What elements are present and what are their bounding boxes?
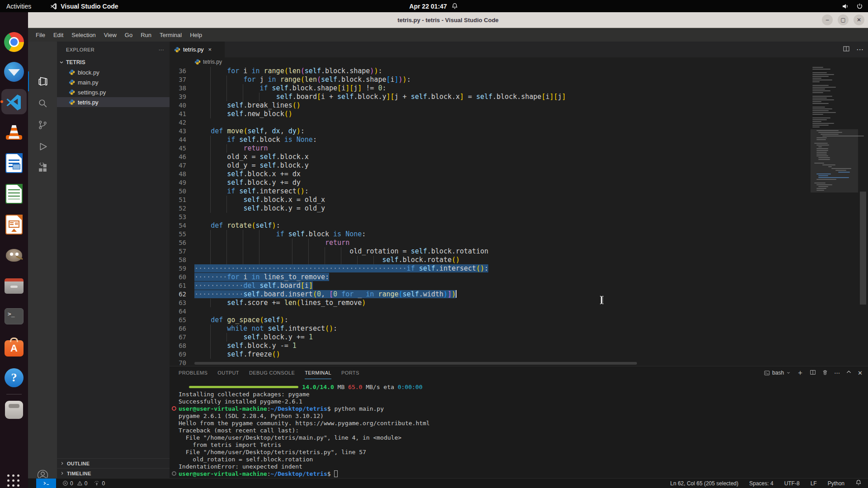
dock-item-thunderbird[interactable] bbox=[3, 61, 25, 83]
eol[interactable]: LF bbox=[811, 480, 817, 487]
chevron-right-icon bbox=[60, 461, 65, 466]
window-title-bar[interactable]: tetris.py - tetris - Visual Studio Code … bbox=[28, 12, 868, 28]
code-text: self.break_lines() bbox=[194, 101, 301, 110]
code-line-41: 41 self.new_block() bbox=[170, 110, 811, 118]
code-line-48: 48 self.block.x += dx bbox=[170, 170, 811, 178]
close-button[interactable]: ✕ bbox=[854, 14, 864, 25]
clock[interactable]: Apr 22 01:47 bbox=[409, 3, 458, 10]
code-line-50: 50 if self.intersect(): bbox=[170, 187, 811, 196]
code-text: old_rotation = self.block.rotation bbox=[194, 247, 488, 256]
notifications-bell-icon[interactable] bbox=[855, 479, 862, 487]
terminal-line: from tetris import Tetris bbox=[170, 441, 868, 449]
menu-go[interactable]: Go bbox=[121, 30, 137, 40]
extensions-icon[interactable] bbox=[28, 158, 57, 178]
maximize-panel-icon[interactable] bbox=[846, 369, 852, 376]
editor-more-actions-icon[interactable]: ⋯ bbox=[856, 45, 863, 54]
menu-bar: FileEditSelectionViewGoRunTerminalHelp bbox=[28, 28, 868, 42]
dock-item-vscode[interactable] bbox=[3, 91, 25, 113]
terminal-line: Successfully installed pygame-2.6.1 bbox=[170, 398, 868, 405]
file-block-py[interactable]: block.py bbox=[57, 67, 170, 77]
minimap-line bbox=[812, 127, 820, 127]
dock-item-generic-app[interactable] bbox=[3, 399, 25, 421]
file-settings-py[interactable]: settings.py bbox=[57, 87, 170, 97]
folder-tetris[interactable]: TETRIS bbox=[57, 57, 170, 67]
code-line-43: 43 def move(self, dx, dy): bbox=[170, 127, 811, 136]
panel-tab-ports[interactable]: PORTS bbox=[341, 366, 359, 379]
vertical-scrollbar[interactable] bbox=[858, 66, 868, 366]
remote-indicator[interactable] bbox=[36, 479, 56, 488]
window-controls: – ▢ ✕ bbox=[822, 14, 864, 25]
panel-tab-debug-console[interactable]: DEBUG CONSOLE bbox=[249, 366, 295, 379]
breadcrumb[interactable]: tetris.py bbox=[170, 57, 868, 66]
file-main-py[interactable]: main.py bbox=[57, 77, 170, 87]
minimap-slider[interactable] bbox=[811, 129, 858, 192]
dock-item-chrome[interactable] bbox=[3, 31, 25, 53]
system-tray[interactable] bbox=[842, 3, 863, 10]
terminal-output[interactable]: 14.0/14.0 MB 65.0 MB/s eta 0:00:00Instal… bbox=[170, 379, 868, 478]
maximize-button[interactable]: ▢ bbox=[838, 14, 849, 25]
tab-close-icon[interactable]: × bbox=[208, 46, 212, 53]
section-outline[interactable]: OUTLINE bbox=[57, 458, 170, 468]
line-number: 54 bbox=[170, 221, 194, 230]
panel-tab-terminal[interactable]: TERMINAL bbox=[305, 366, 331, 379]
vscode-window: tetris.py - tetris - Visual Studio Code … bbox=[28, 12, 868, 488]
indentation[interactable]: Spaces: 4 bbox=[749, 480, 773, 487]
tab-tetris-py[interactable]: tetris.py × bbox=[170, 42, 225, 57]
menu-run[interactable]: Run bbox=[137, 30, 156, 40]
show-applications-button[interactable] bbox=[3, 470, 25, 488]
dock-item-files[interactable] bbox=[3, 275, 25, 297]
run-debug-icon[interactable] bbox=[28, 136, 57, 156]
line-number: 50 bbox=[170, 187, 194, 196]
explorer-icon[interactable] bbox=[28, 71, 57, 91]
code-line-52: 52 self.block.y = old_y bbox=[170, 204, 811, 213]
ports-indicator[interactable]: 0 bbox=[94, 480, 105, 487]
panel-tab-output[interactable]: OUTPUT bbox=[217, 366, 239, 379]
menu-view[interactable]: View bbox=[100, 30, 121, 40]
menu-selection[interactable]: Selection bbox=[67, 30, 99, 40]
code-text: self.block.y += dy bbox=[194, 178, 301, 187]
close-panel-icon[interactable]: ✕ bbox=[858, 370, 863, 376]
terminal-panel: PROBLEMSOUTPUTDEBUG CONSOLETERMINALPORTS… bbox=[170, 366, 868, 478]
line-number: 55 bbox=[170, 230, 194, 239]
section-timeline[interactable]: TIMELINE bbox=[57, 468, 170, 478]
dock-item-help[interactable]: ? bbox=[3, 367, 25, 389]
new-terminal-icon[interactable]: ＋ bbox=[797, 368, 804, 378]
split-editor-icon[interactable] bbox=[843, 45, 850, 54]
split-terminal-icon[interactable] bbox=[810, 369, 816, 377]
menu-edit[interactable]: Edit bbox=[49, 30, 67, 40]
activities-button[interactable]: Activities bbox=[0, 0, 38, 12]
dock-item-vlc[interactable] bbox=[3, 122, 25, 143]
minimize-button[interactable]: – bbox=[822, 14, 833, 25]
minimap[interactable] bbox=[811, 66, 858, 366]
explorer-more-actions[interactable]: ··· bbox=[159, 47, 164, 52]
code-text: ············del self.board[i] bbox=[194, 282, 313, 290]
menu-help[interactable]: Help bbox=[186, 30, 206, 40]
dock-item-gimp[interactable] bbox=[3, 244, 25, 266]
problems-indicator[interactable]: 0 0 bbox=[62, 480, 87, 487]
code-editor[interactable]: 36 for i in range(len(self.block.shape))… bbox=[170, 66, 868, 366]
dock-item-software[interactable]: A bbox=[3, 336, 25, 358]
panel-more-actions-icon[interactable]: ⋯ bbox=[834, 370, 840, 376]
shell-selector[interactable]: bash bbox=[764, 370, 791, 376]
menu-terminal[interactable]: Terminal bbox=[156, 30, 186, 40]
dock-item-lo-impress[interactable] bbox=[3, 214, 25, 235]
language-mode[interactable]: Python bbox=[828, 480, 844, 487]
horizontal-scrollbar[interactable] bbox=[194, 362, 809, 365]
source-control-icon[interactable] bbox=[28, 115, 57, 135]
code-text: self.board[i + self.block.y][j + self.bl… bbox=[194, 93, 566, 101]
code-line-56: 56 return bbox=[170, 239, 811, 247]
dock-item-lo-writer[interactable] bbox=[3, 152, 25, 174]
dock-item-terminal[interactable]: >_ bbox=[3, 305, 25, 327]
menu-file[interactable]: File bbox=[32, 30, 49, 40]
line-number: 43 bbox=[170, 127, 194, 136]
kill-terminal-icon[interactable] bbox=[822, 369, 828, 377]
encoding[interactable]: UTF-8 bbox=[784, 480, 800, 487]
panel-tab-problems[interactable]: PROBLEMS bbox=[179, 366, 208, 379]
code-text: self.block.y -= 1 bbox=[194, 342, 297, 350]
minimap-line bbox=[812, 90, 830, 91]
search-icon[interactable] bbox=[28, 93, 57, 113]
dock-item-lo-calc[interactable] bbox=[3, 183, 25, 205]
focused-app-indicator[interactable]: Visual Studio Code bbox=[50, 3, 118, 10]
file-tetris-py[interactable]: tetris.py bbox=[57, 97, 170, 107]
cursor-position[interactable]: Ln 62, Col 65 (205 selected) bbox=[670, 480, 738, 487]
